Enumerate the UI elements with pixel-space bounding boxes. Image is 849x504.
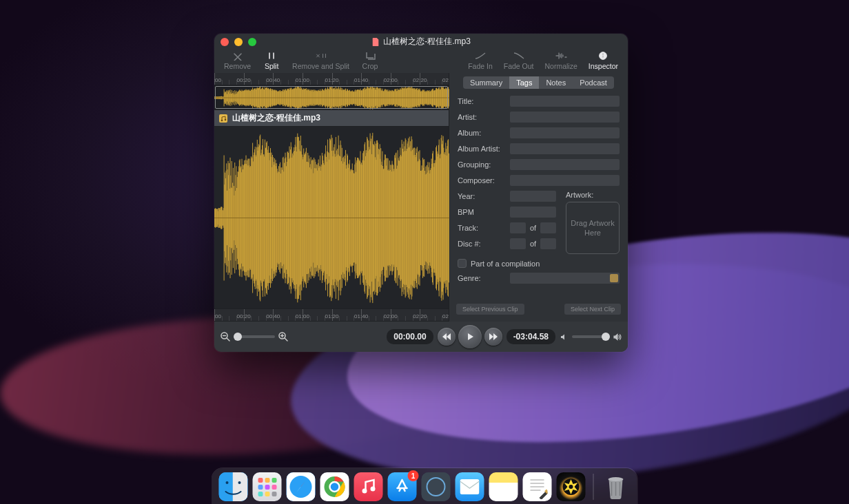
- dock-mail[interactable]: [456, 472, 484, 501]
- clip-header[interactable]: 山楂树之恋-程佳佳.mp3: [214, 110, 449, 127]
- zoom-slider[interactable]: [234, 335, 275, 338]
- svg-rect-7: [214, 218, 449, 218]
- remaining-time: -03:04.58: [507, 329, 555, 344]
- composer-field[interactable]: [510, 175, 620, 186]
- fullscreen-icon[interactable]: [248, 38, 256, 46]
- dock-burn[interactable]: [557, 472, 586, 501]
- artist-field[interactable]: [510, 112, 620, 123]
- dock-separator: [593, 474, 594, 500]
- tab-podcast[interactable]: Podcast: [573, 76, 614, 89]
- artist-label: Artist:: [458, 113, 506, 121]
- dock-textedit[interactable]: [523, 472, 552, 501]
- svg-rect-15: [265, 478, 270, 483]
- track-num-field[interactable]: [510, 222, 526, 233]
- split-button[interactable]: Split: [256, 51, 287, 70]
- dock-music[interactable]: [354, 472, 383, 501]
- svg-point-42: [569, 485, 573, 489]
- svg-rect-19: [272, 485, 277, 490]
- overview-selection[interactable]: [215, 86, 448, 109]
- title-field[interactable]: [510, 96, 620, 107]
- remove-button[interactable]: Remove: [218, 51, 256, 70]
- bpm-field[interactable]: [510, 207, 556, 218]
- tab-notes[interactable]: Notes: [539, 76, 573, 89]
- crop-button[interactable]: Crop: [355, 51, 385, 70]
- svg-rect-35: [460, 479, 480, 494]
- grouping-field[interactable]: [510, 159, 620, 170]
- svg-point-2: [603, 54, 604, 55]
- year-field[interactable]: [510, 191, 556, 202]
- dock-chrome[interactable]: [320, 472, 349, 501]
- svg-rect-33: [422, 472, 451, 501]
- inspector-button[interactable]: Inspector: [583, 51, 624, 70]
- svg-rect-4: [219, 114, 227, 123]
- clip-filename: 山楂树之恋-程佳佳.mp3: [232, 112, 320, 124]
- fadeout-button[interactable]: Fade Out: [498, 51, 540, 70]
- dock-trash[interactable]: [602, 472, 631, 501]
- forward-button[interactable]: [484, 328, 502, 346]
- checkbox-icon: [458, 259, 467, 268]
- svg-rect-11: [233, 472, 248, 501]
- titlebar: 山楂树之恋-程佳佳.mp3: [214, 34, 628, 50]
- select-next-clip-button[interactable]: Select Next Clip: [564, 304, 621, 315]
- title-label: Title:: [458, 97, 506, 105]
- audio-file-icon: [218, 114, 228, 123]
- svg-rect-21: [265, 492, 270, 496]
- volume-low-icon[interactable]: [560, 333, 569, 342]
- app-window: 山楂树之恋-程佳佳.mp3 Remove Split Remove and Sp…: [214, 34, 628, 352]
- remove-and-split-button[interactable]: Remove and Split: [287, 51, 355, 70]
- bpm-label: BPM: [458, 208, 506, 216]
- rewind-button[interactable]: [438, 328, 456, 346]
- zoom-out-icon[interactable]: [220, 331, 231, 342]
- svg-point-6: [225, 118, 227, 120]
- svg-point-32: [371, 487, 376, 492]
- volume-high-icon[interactable]: [613, 333, 622, 342]
- appstore-badge: 1: [408, 470, 419, 481]
- year-label: Year:: [458, 192, 506, 200]
- svg-point-5: [221, 119, 223, 121]
- overview-waveform[interactable]: [214, 85, 449, 110]
- genre-label: Genre:: [458, 274, 506, 282]
- svg-rect-16: [272, 478, 277, 483]
- select-previous-clip-button[interactable]: Select Previous Clip: [456, 304, 524, 315]
- composer-label: Composer:: [458, 176, 506, 185]
- dock-launchpad[interactable]: [253, 472, 282, 501]
- window-title: 山楂树之恋-程佳佳.mp3: [383, 36, 471, 48]
- grouping-label: Grouping:: [458, 160, 506, 169]
- svg-point-13: [238, 481, 241, 484]
- fadein-button[interactable]: Fade In: [462, 51, 498, 70]
- normalize-button[interactable]: Normalize: [540, 51, 583, 70]
- track-label: Track:: [458, 224, 506, 232]
- dock-safari[interactable]: [287, 472, 316, 501]
- play-button[interactable]: [458, 325, 482, 348]
- dock: 1: [212, 468, 637, 504]
- dock-fission[interactable]: [422, 472, 451, 501]
- tab-tags[interactable]: Tags: [509, 76, 539, 89]
- disc-total-field[interactable]: [540, 238, 556, 249]
- dock-appstore[interactable]: 1: [388, 472, 417, 501]
- compilation-checkbox[interactable]: Part of a compilation: [458, 259, 620, 268]
- disc-label: Disc #:: [458, 240, 506, 248]
- album-label: Album:: [458, 129, 506, 137]
- zoom-in-icon[interactable]: [278, 331, 289, 342]
- albumartist-field[interactable]: [510, 143, 620, 154]
- svg-point-43: [608, 477, 624, 481]
- tab-summary[interactable]: Summary: [463, 76, 509, 89]
- dock-finder[interactable]: [219, 472, 248, 501]
- genre-dropdown[interactable]: [510, 273, 620, 284]
- main-waveform[interactable]: [214, 127, 449, 309]
- main-ruler[interactable]: 00:0000:2000:4001:0001:2001:4002:0002:20…: [214, 309, 449, 322]
- close-icon[interactable]: [221, 38, 229, 46]
- dock-notes[interactable]: [489, 472, 518, 501]
- artwork-dropzone[interactable]: Drag Artwork Here: [566, 202, 620, 254]
- minimize-icon[interactable]: [234, 38, 243, 46]
- svg-point-12: [226, 481, 229, 484]
- svg-point-31: [362, 489, 367, 494]
- svg-rect-18: [265, 485, 270, 490]
- inspector-tabs: Summary Tags Notes Podcast: [449, 76, 628, 89]
- svg-rect-22: [272, 492, 277, 496]
- track-total-field[interactable]: [540, 222, 556, 233]
- album-field[interactable]: [510, 127, 620, 138]
- volume-slider[interactable]: [572, 335, 610, 338]
- disc-num-field[interactable]: [510, 238, 526, 249]
- overview-ruler[interactable]: 00:0000:2000:4001:0001:2001:4002:0002:20…: [214, 73, 449, 85]
